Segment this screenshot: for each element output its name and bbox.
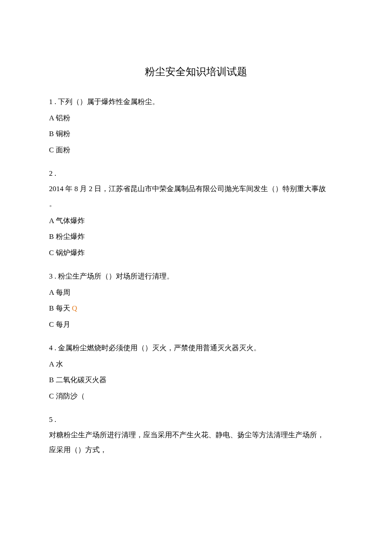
q1-option-b: B 铜粉 [49, 128, 343, 139]
q3-option-c: C 每月 [49, 319, 343, 330]
q3-option-b: B 每天 Q [49, 303, 343, 314]
q3-stem: 3 . 粉尘生产场所（）对场所进行清理。 [49, 271, 343, 282]
q5-stem-line2: 应采用（）方式， [49, 445, 343, 456]
document-title: 粉尘安全知识培训试题 [49, 64, 343, 79]
q2-stem-line1: 2014 年 8 月 2 日，江苏省昆山市中荣金属制品有限公司抛光车间发生（）特… [49, 183, 343, 195]
q3-option-b-text: B 每天 [49, 304, 72, 312]
question-4: 4 . 金属粉尘燃烧时必须使用（）灭火，严禁使用普通灭火器灭火。 A 水 B 二… [49, 343, 343, 401]
page-content: 粉尘安全知识培训试题 1 . 下列（）属于爆炸性金属粉尘。 A 铝粉 B 铜粉 … [0, 0, 392, 503]
q4-option-c: C 消防沙（ [49, 391, 343, 402]
q2-option-c: C 锅炉爆炸 [49, 247, 343, 259]
q5-stem-line1: 对糖粉尘生产场所进行清理，应当采用不产生火花、静电、扬尘等方法清理生产场所， [49, 430, 343, 441]
question-5: 5 . 对糖粉尘生产场所进行清理，应当采用不产生火花、静电、扬尘等方法清理生产场… [49, 414, 343, 456]
question-3: 3 . 粉尘生产场所（）对场所进行清理。 A 每周 B 每天 Q C 每月 [49, 271, 343, 330]
q3-option-b-accent: Q [72, 304, 77, 312]
q5-number: 5 . [49, 414, 343, 425]
question-2: 2 . 2014 年 8 月 2 日，江苏省昆山市中荣金属制品有限公司抛光车间发… [49, 168, 343, 258]
q4-option-b: B 二氧化碳灭火器 [49, 375, 343, 386]
q1-option-a: A 铝粉 [49, 113, 343, 124]
q3-option-a: A 每周 [49, 287, 343, 298]
q4-stem: 4 . 金属粉尘燃烧时必须使用（）灭火，严禁使用普通灭火器灭火。 [49, 343, 343, 354]
q2-number: 2 . [49, 168, 343, 179]
q4-option-a: A 水 [49, 359, 343, 370]
q1-option-c: C 面粉 [49, 145, 343, 156]
q2-option-a: A 气体爆炸 [49, 215, 343, 227]
q2-stem-line2: 。 [49, 198, 343, 209]
question-1: 1 . 下列（）属于爆炸性金属粉尘。 A 铝粉 B 铜粉 C 面粉 [49, 96, 343, 155]
q1-stem: 1 . 下列（）属于爆炸性金属粉尘。 [49, 96, 343, 108]
q2-option-b: B 粉尘爆炸 [49, 231, 343, 242]
